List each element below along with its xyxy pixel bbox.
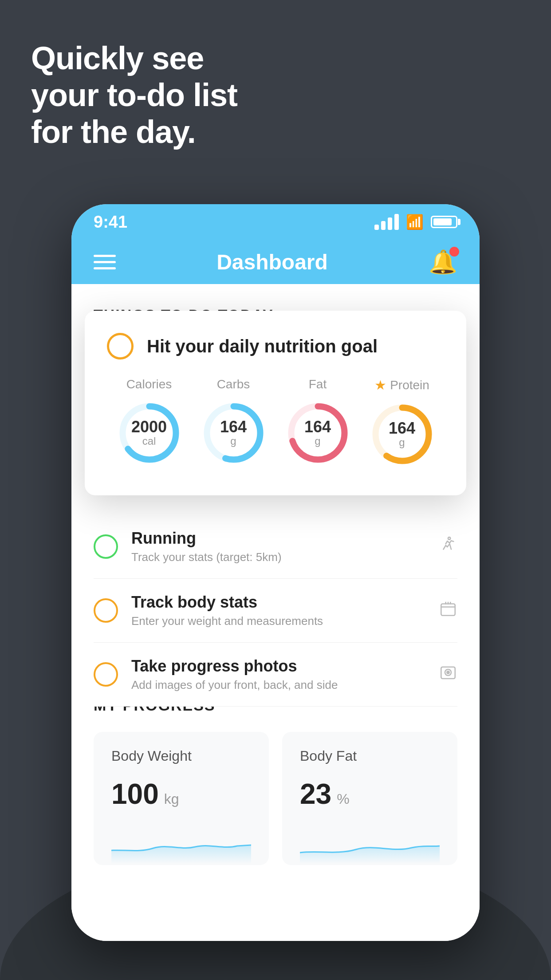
carbs-donut: 164 g <box>199 399 268 467</box>
signal-bars-icon <box>374 214 399 230</box>
card-header: Hit your daily nutrition goal <box>107 333 444 360</box>
nutrition-protein: ★ Protein 164 g <box>368 377 437 469</box>
app-content: THINGS TO DO TODAY Hit your daily nutrit… <box>71 284 480 941</box>
task-desc: Enter your weight and measurements <box>131 614 425 628</box>
task-item-body-stats[interactable]: Track body stats Enter your weight and m… <box>94 579 457 643</box>
signal-bar-1 <box>374 225 379 230</box>
task-info: Track body stats Enter your weight and m… <box>131 593 425 628</box>
task-desc: Add images of your front, back, and side <box>131 678 425 692</box>
task-info: Running Track your stats (target: 5km) <box>131 529 425 564</box>
body-weight-card: Body Weight 100 kg <box>94 732 269 865</box>
nutrition-carbs: Carbs 164 g <box>199 377 268 467</box>
svg-point-11 <box>447 671 449 673</box>
task-name: Running <box>131 529 425 548</box>
fat-donut: 164 g <box>283 399 352 467</box>
signal-bar-4 <box>394 214 399 230</box>
header-title: Dashboard <box>216 250 328 274</box>
nutrition-card: Hit your daily nutrition goal Calories <box>85 311 466 495</box>
hero-line2: your to-do list <box>31 77 237 114</box>
nutrition-circles: Calories 2000 cal <box>107 377 444 469</box>
svg-rect-8 <box>441 604 455 615</box>
protein-value: 164 g <box>389 420 415 449</box>
app-header: Dashboard 🔔 <box>71 240 480 284</box>
hero-line1: Quickly see <box>31 40 237 77</box>
body-fat-label: Body Fat <box>300 748 440 764</box>
task-name: Take progress photos <box>131 657 425 676</box>
task-status-circle <box>94 662 118 687</box>
hamburger-line <box>94 267 116 269</box>
nutrition-calories: Calories 2000 cal <box>115 377 184 467</box>
hero-line3: for the day. <box>31 114 237 150</box>
body-weight-value-row: 100 kg <box>111 778 251 810</box>
battery-icon <box>431 216 457 228</box>
protein-label-row: ★ Protein <box>374 377 429 393</box>
photo-icon <box>439 663 457 686</box>
running-icon <box>439 535 457 558</box>
phone-mockup: 9:41 📶 Dashboard <box>71 204 480 941</box>
signal-bar-3 <box>388 217 392 230</box>
battery-fill <box>433 218 452 225</box>
body-weight-unit: kg <box>164 791 179 807</box>
nutrition-card-title: Hit your daily nutrition goal <box>147 336 378 356</box>
calories-label: Calories <box>126 377 172 391</box>
body-weight-label: Body Weight <box>111 748 251 764</box>
task-list: Running Track your stats (target: 5km) <box>71 515 480 707</box>
wifi-icon: 📶 <box>406 213 424 230</box>
task-circle-nutrition <box>107 333 134 360</box>
carbs-label: Carbs <box>217 377 250 391</box>
progress-cards: Body Weight 100 kg <box>94 732 457 865</box>
status-time: 9:41 <box>94 213 127 232</box>
calories-value: 2000 cal <box>131 419 167 447</box>
carbs-value: 164 g <box>220 419 247 447</box>
status-icons: 📶 <box>374 213 457 230</box>
page-background: Quickly see your to-do list for the day.… <box>0 0 551 980</box>
body-fat-unit: % <box>337 791 349 807</box>
body-fat-value: 23 <box>300 778 331 810</box>
task-status-circle <box>94 598 118 623</box>
fat-label: Fat <box>309 377 327 391</box>
menu-button[interactable] <box>94 255 116 269</box>
body-weight-chart <box>111 828 251 864</box>
notification-badge <box>449 247 459 257</box>
notifications-button[interactable]: 🔔 <box>429 249 457 276</box>
task-item-running[interactable]: Running Track your stats (target: 5km) <box>94 515 457 579</box>
task-name: Track body stats <box>131 593 425 612</box>
body-fat-card: Body Fat 23 % <box>282 732 457 865</box>
task-item-photos[interactable]: Take progress photos Add images of your … <box>94 643 457 707</box>
hero-text: Quickly see your to-do list for the day. <box>31 40 237 150</box>
hamburger-line <box>94 261 116 263</box>
nutrition-fat: Fat 164 g <box>283 377 352 467</box>
hamburger-line <box>94 255 116 257</box>
body-fat-chart <box>300 828 440 864</box>
task-info: Take progress photos Add images of your … <box>131 657 425 692</box>
body-fat-value-row: 23 % <box>300 778 440 810</box>
status-bar: 9:41 📶 <box>71 204 480 240</box>
scale-icon <box>439 599 457 622</box>
signal-bar-2 <box>381 221 386 230</box>
task-desc: Track your stats (target: 5km) <box>131 550 425 564</box>
task-status-circle <box>94 534 118 559</box>
body-weight-value: 100 <box>111 778 159 810</box>
calories-donut: 2000 cal <box>115 399 184 467</box>
fat-value: 164 g <box>304 419 331 447</box>
star-icon: ★ <box>374 377 386 393</box>
protein-donut: 164 g <box>368 400 437 469</box>
